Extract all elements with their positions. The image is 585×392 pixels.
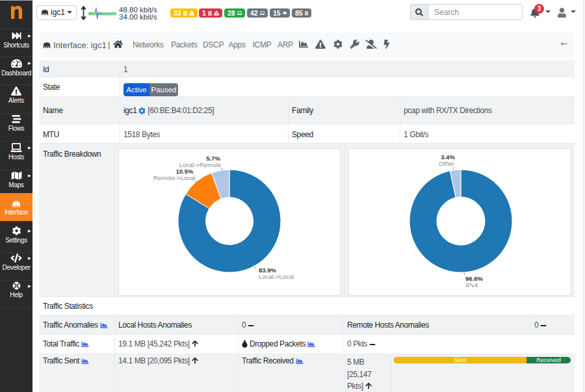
svg-text:Remote->Local: Remote->Local [153,174,196,181]
svg-text:Other: Other [439,160,454,167]
svg-text:IPv4: IPv4 [465,281,478,289]
svg-text:Local->Local: Local->Local [259,273,294,280]
